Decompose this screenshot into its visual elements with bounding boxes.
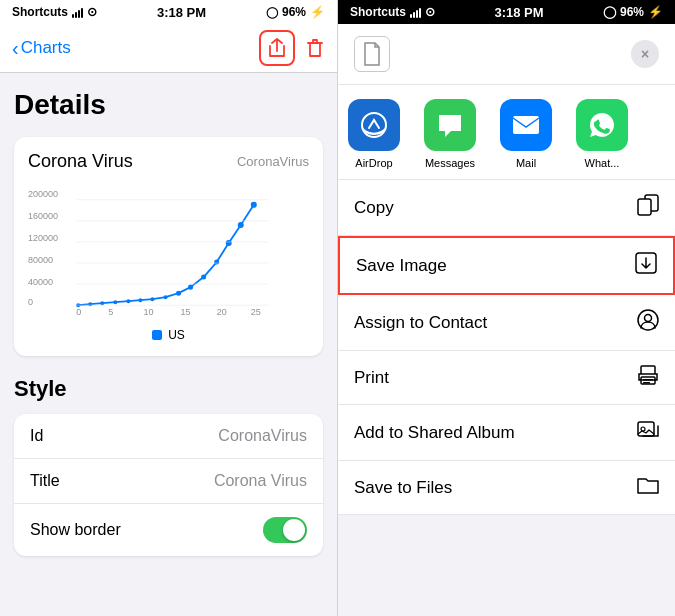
right-wifi-icon: ⊙ <box>425 5 435 19</box>
share-sheet: × AirDrop <box>338 24 675 616</box>
chart-card: Corona Virus CoronaVirus 200000 160000 1… <box>14 137 323 356</box>
style-section-title: Style <box>14 376 323 402</box>
svg-text:5: 5 <box>108 307 113 317</box>
svg-text:40000: 40000 <box>28 277 53 287</box>
right-status-right: ◯ 96% ⚡ <box>603 5 663 19</box>
whatsapp-symbol <box>587 110 617 140</box>
add-shared-album-action[interactable]: Add to Shared Album <box>338 405 675 461</box>
print-symbol <box>637 365 659 385</box>
contact-symbol <box>637 309 659 331</box>
right-time: 3:18 PM <box>494 5 543 20</box>
save-image-symbol <box>635 252 657 274</box>
legend-label: US <box>168 328 185 342</box>
print-label: Print <box>354 368 389 388</box>
airdrop-icon <box>348 99 400 151</box>
mail-label: Mail <box>516 157 536 169</box>
svg-rect-34 <box>513 116 539 134</box>
assign-contact-label: Assign to Contact <box>354 313 487 333</box>
style-value-id: CoronaVirus <box>218 427 307 445</box>
assign-contact-icon <box>637 309 659 336</box>
save-files-label: Save to Files <box>354 478 452 498</box>
left-time: 3:18 PM <box>157 5 206 20</box>
style-value-title: Corona Virus <box>214 472 307 490</box>
save-image-action[interactable]: Save Image <box>338 236 675 295</box>
svg-point-39 <box>645 315 652 322</box>
style-row-border[interactable]: Show border <box>14 504 323 556</box>
assign-contact-action[interactable]: Assign to Contact <box>338 295 675 351</box>
shared-album-icon <box>637 419 659 446</box>
save-files-action[interactable]: Save to Files <box>338 461 675 515</box>
trash-icon <box>305 37 325 59</box>
right-charging-icon: ⚡ <box>648 5 663 19</box>
svg-text:15: 15 <box>181 307 191 317</box>
share-button[interactable] <box>259 30 295 66</box>
svg-point-22 <box>201 275 206 280</box>
close-sheet-button[interactable]: × <box>631 40 659 68</box>
whatsapp-icon <box>576 99 628 151</box>
copy-action[interactable]: Copy <box>338 180 675 236</box>
print-icon <box>637 365 659 390</box>
svg-point-24 <box>226 240 232 246</box>
svg-point-18 <box>150 297 154 301</box>
svg-point-15 <box>113 300 117 304</box>
left-wifi-icon: ⊙ <box>87 5 97 19</box>
svg-point-13 <box>88 302 92 306</box>
share-apps-row: AirDrop Messages Mail <box>338 85 675 180</box>
right-panel: Shortcuts ⊙ 3:18 PM ◯ 96% ⚡ <box>338 0 675 616</box>
print-action[interactable]: Print <box>338 351 675 405</box>
svg-text:160000: 160000 <box>28 211 58 221</box>
svg-point-25 <box>238 222 244 228</box>
chart-title: Corona Virus <box>28 151 133 172</box>
airdrop-app[interactable]: AirDrop <box>338 99 410 169</box>
share-icon <box>268 38 286 58</box>
shared-album-symbol <box>637 419 659 441</box>
svg-point-45 <box>641 427 645 431</box>
style-table: Id CoronaVirus Title Corona Virus Show b… <box>14 414 323 556</box>
copy-icon <box>637 194 659 221</box>
left-content: Details Corona Virus CoronaVirus 200000 … <box>0 73 337 616</box>
style-key-id: Id <box>30 427 43 445</box>
chart-area: 200000 160000 120000 80000 40000 0 0 5 1… <box>28 182 309 322</box>
save-image-label: Save Image <box>356 256 447 276</box>
delete-button[interactable] <box>305 37 325 59</box>
left-carrier: Shortcuts <box>12 5 68 19</box>
left-nav-bar: ‹ Charts <box>0 24 337 73</box>
whatsapp-label: What... <box>585 157 620 169</box>
files-symbol <box>637 475 659 495</box>
back-button[interactable]: ‹ Charts <box>12 38 71 58</box>
airdrop-label: AirDrop <box>355 157 392 169</box>
svg-point-19 <box>163 295 167 299</box>
left-status-bar: Shortcuts ⊙ 3:18 PM ◯ 96% ⚡ <box>0 0 337 24</box>
svg-point-21 <box>188 285 193 290</box>
save-image-icon <box>635 252 657 279</box>
document-icon <box>362 42 382 66</box>
save-files-icon <box>637 475 659 500</box>
mail-app[interactable]: Mail <box>490 99 562 169</box>
left-status-left: Shortcuts ⊙ <box>12 5 97 19</box>
copy-symbol <box>637 194 659 216</box>
messages-symbol <box>435 111 465 139</box>
back-arrow-icon: ‹ <box>12 38 19 58</box>
page-title: Details <box>14 89 323 121</box>
right-signal-icon <box>410 6 421 18</box>
svg-point-17 <box>138 298 142 302</box>
svg-rect-42 <box>643 379 653 381</box>
svg-text:25: 25 <box>251 307 261 317</box>
svg-point-23 <box>214 260 219 265</box>
left-battery-percent: 96% <box>282 5 306 19</box>
show-border-toggle[interactable] <box>263 517 307 543</box>
style-key-border: Show border <box>30 521 121 539</box>
airdrop-symbol <box>359 110 389 140</box>
whatsapp-app[interactable]: What... <box>566 99 638 169</box>
right-status-bar: Shortcuts ⊙ 3:18 PM ◯ 96% ⚡ <box>338 0 675 24</box>
share-sheet-header: × <box>338 24 675 85</box>
mail-icon <box>500 99 552 151</box>
messages-app[interactable]: Messages <box>414 99 486 169</box>
chart-subtitle: CoronaVirus <box>237 154 309 169</box>
share-doc-icon <box>354 36 390 72</box>
messages-label: Messages <box>425 157 475 169</box>
chart-svg: 200000 160000 120000 80000 40000 0 0 5 1… <box>28 182 309 322</box>
svg-text:20: 20 <box>217 307 227 317</box>
share-actions-list: Copy Save Image <box>338 180 675 616</box>
right-carrier: Shortcuts <box>350 5 406 19</box>
